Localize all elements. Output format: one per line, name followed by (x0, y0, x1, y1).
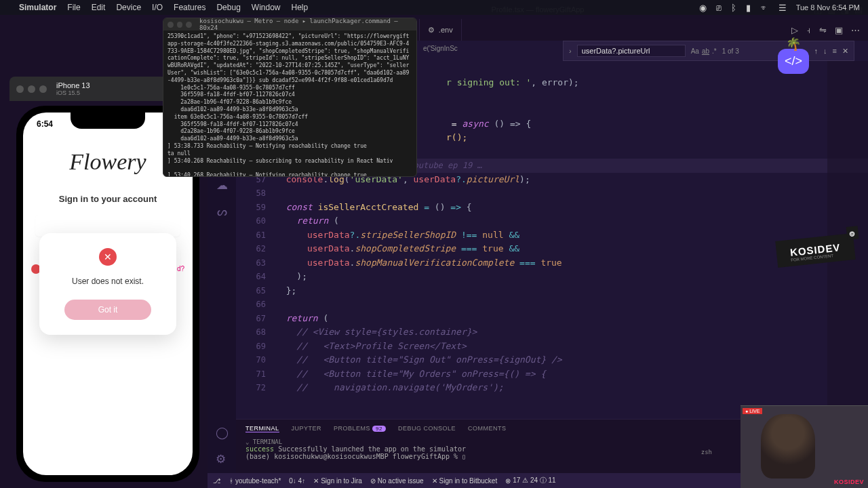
terminal-output[interactable]: 25390c1cad1", "phone": "+971523698422", … (163, 30, 416, 177)
settings-icon[interactable]: ⚙ (216, 452, 229, 466)
terminal-titlebar[interactable]: kosisochukwu — Metro — node ▸ launchPack… (163, 18, 416, 30)
swirl-icon[interactable]: ᔕ (217, 205, 227, 219)
run-icon[interactable]: ▷ (791, 25, 798, 35)
code-logo-icon: 🌴</> (778, 49, 809, 74)
preview-icon[interactable]: ▣ (835, 25, 843, 35)
cloud-icon[interactable]: ☁ (216, 178, 228, 192)
panel-tab-comments[interactable]: COMMENTS (468, 425, 507, 432)
menu-window[interactable]: Window (252, 3, 281, 12)
find-count: 1 of 3 (722, 47, 739, 55)
panel-tab-debug[interactable]: DEBUG CONSOLE (398, 425, 456, 432)
regex-icon[interactable]: .* (712, 47, 717, 55)
panel-tab-jupyter[interactable]: JUPYTER (292, 425, 322, 432)
got-it-button[interactable]: Got it (64, 300, 152, 320)
instagram-icon: ⌾ (846, 226, 859, 240)
chevron-icon[interactable]: › (569, 47, 572, 55)
diff-icon[interactable]: ⇋ (819, 25, 827, 35)
remote-icon[interactable]: ⎇ (213, 477, 221, 485)
filter-icon[interactable]: ≡ (833, 47, 837, 56)
tab-env[interactable]: ⚙ .env (420, 19, 462, 41)
forgot-link[interactable]: d? (177, 265, 184, 272)
person (761, 414, 815, 479)
menu-features[interactable]: Features (174, 3, 205, 12)
signin-header: Sign in to your account (23, 194, 193, 204)
menu-file[interactable]: File (67, 3, 80, 12)
device-time: 6:54 (37, 119, 53, 129)
traffic-lights[interactable] (16, 85, 47, 93)
sync[interactable]: 0↓ 4↑ (289, 477, 305, 485)
control-center-icon[interactable]: ☰ (778, 3, 787, 13)
stream-logo: 🌴</> (760, 37, 827, 85)
case-icon[interactable]: Aa (691, 47, 699, 55)
menu-edit[interactable]: Edit (92, 3, 106, 12)
menubar-items: File Edit Device I/O Features Debug Wind… (67, 3, 308, 12)
word-icon[interactable]: ab (702, 47, 709, 55)
sim-os: iOS 15.5 (56, 89, 90, 96)
metro-terminal-window: kosisochukwu — Metro — node ▸ launchPack… (163, 18, 417, 177)
terminal-title: kosisochukwu — Metro — node ▸ launchPack… (199, 18, 412, 31)
branch[interactable]: ᚼ youtube-teach* (229, 477, 281, 485)
menu-help[interactable]: Help (292, 3, 309, 12)
bitbucket[interactable]: ✕ Sign in to Bitbucket (432, 477, 498, 485)
error-modal: ✕ User does not exist. Got it (39, 233, 176, 335)
live-badge: ● LIVE (743, 408, 762, 414)
menu-debug[interactable]: Debug (216, 3, 240, 12)
notch (71, 113, 145, 129)
shell-zsh[interactable]: zsh (701, 449, 712, 455)
panel-tab-problems[interactable]: PROBLEMS92 (334, 425, 386, 432)
close-find-icon[interactable]: ✕ (842, 47, 848, 56)
gear-icon: ⚙ (428, 26, 435, 35)
bt-icon[interactable]: ᛒ (731, 3, 736, 13)
no-issue[interactable]: ⊘ No active issue (370, 477, 424, 485)
display-icon[interactable]: ⎚ (716, 3, 722, 13)
account-icon[interactable]: ◯ (216, 426, 229, 440)
split-icon[interactable]: ⫞ (806, 25, 811, 35)
webcam-overlay: ● LIVE KOSIDEV (741, 405, 868, 488)
menu-device[interactable]: Device (116, 3, 141, 12)
record-icon[interactable]: ◉ (699, 3, 707, 13)
webcam-tag: KOSIDEV (834, 479, 864, 485)
macos-menubar: Simulator File Edit Device I/O Features … (0, 0, 868, 15)
error-icon: ✕ (99, 248, 117, 266)
menu-io[interactable]: I/O (152, 3, 163, 12)
more-icon[interactable]: ⋯ (851, 25, 860, 35)
diagnostics[interactable]: ⊗ 17 ⚠ 24 ⓘ 11 (505, 476, 555, 485)
panel-tab-terminal[interactable]: TERMINAL (245, 425, 279, 432)
battery-icon[interactable]: ▮ (746, 3, 751, 13)
clock[interactable]: Tue 8 Nov 6:54 PM (796, 3, 860, 12)
wifi-icon[interactable]: ᯤ (760, 3, 769, 13)
error-message: User does not exist. (54, 277, 161, 286)
jira[interactable]: ✕ Sign in to Jira (313, 477, 362, 485)
sim-device: iPhone 13 (56, 81, 90, 89)
app-name[interactable]: Simulator (19, 3, 56, 12)
find-input[interactable] (577, 45, 686, 57)
